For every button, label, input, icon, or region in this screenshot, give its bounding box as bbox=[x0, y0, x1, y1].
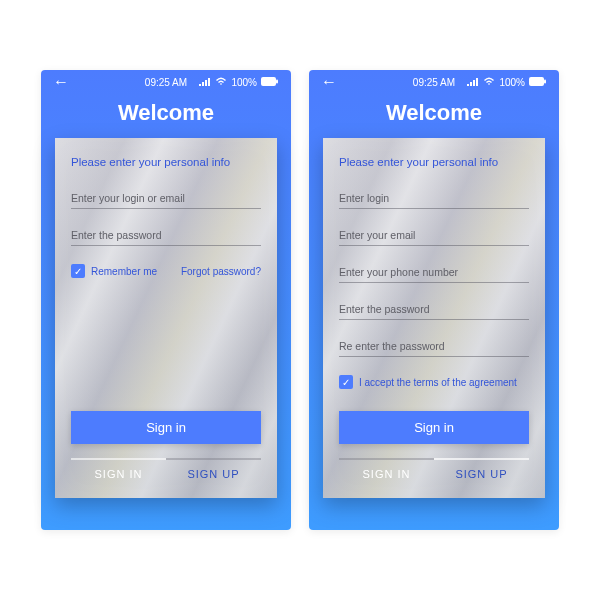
check-icon: ✓ bbox=[71, 264, 85, 278]
status-time: 09:25 AM bbox=[145, 77, 187, 88]
subtitle: Please enter your personal info bbox=[339, 156, 529, 168]
form-panel: Please enter your personal info ✓ Rememb… bbox=[55, 138, 277, 498]
check-icon: ✓ bbox=[339, 375, 353, 389]
back-icon[interactable]: ← bbox=[321, 74, 337, 90]
login-input[interactable] bbox=[339, 186, 529, 209]
tab-signin[interactable]: SIGN IN bbox=[339, 458, 434, 486]
remember-checkbox[interactable]: ✓ Remember me bbox=[71, 264, 157, 278]
password-input[interactable] bbox=[71, 223, 261, 246]
password2-input[interactable] bbox=[339, 334, 529, 357]
wifi-icon bbox=[483, 76, 495, 88]
svg-rect-0 bbox=[261, 77, 276, 86]
battery-icon bbox=[261, 77, 279, 88]
wifi-icon bbox=[215, 76, 227, 88]
signin-button[interactable]: Sign in bbox=[71, 411, 261, 444]
subtitle: Please enter your personal info bbox=[71, 156, 261, 168]
signup-screen: ← 09:25 AM 100% Welcome Please enter you… bbox=[309, 70, 559, 530]
svg-rect-2 bbox=[529, 77, 544, 86]
signal-icon bbox=[467, 76, 479, 88]
svg-rect-3 bbox=[544, 79, 546, 83]
signal-icon bbox=[199, 76, 211, 88]
signin-screen: ← 09:25 AM 100% Welcome Please enter you… bbox=[41, 70, 291, 530]
tab-signup[interactable]: SIGN UP bbox=[434, 458, 529, 486]
phone-input[interactable] bbox=[339, 260, 529, 283]
back-icon[interactable]: ← bbox=[53, 74, 69, 90]
signin-button[interactable]: Sign in bbox=[339, 411, 529, 444]
login-input[interactable] bbox=[71, 186, 261, 209]
status-bar: ← 09:25 AM 100% bbox=[41, 70, 291, 94]
terms-label: I accept the terms of the agreement bbox=[359, 377, 517, 388]
battery-pct: 100% bbox=[499, 77, 525, 88]
remember-label: Remember me bbox=[91, 266, 157, 277]
page-title: Welcome bbox=[41, 100, 291, 126]
page-title: Welcome bbox=[309, 100, 559, 126]
email-input[interactable] bbox=[339, 223, 529, 246]
svg-rect-1 bbox=[276, 79, 278, 83]
password-input[interactable] bbox=[339, 297, 529, 320]
form-panel: Please enter your personal info ✓ I acce… bbox=[323, 138, 545, 498]
terms-checkbox[interactable]: ✓ I accept the terms of the agreement bbox=[339, 375, 529, 389]
tab-signin[interactable]: SIGN IN bbox=[71, 458, 166, 486]
status-bar: ← 09:25 AM 100% bbox=[309, 70, 559, 94]
tab-signup[interactable]: SIGN UP bbox=[166, 458, 261, 486]
forgot-link[interactable]: Forgot password? bbox=[181, 266, 261, 277]
battery-icon bbox=[529, 77, 547, 88]
status-time: 09:25 AM bbox=[413, 77, 455, 88]
battery-pct: 100% bbox=[231, 77, 257, 88]
